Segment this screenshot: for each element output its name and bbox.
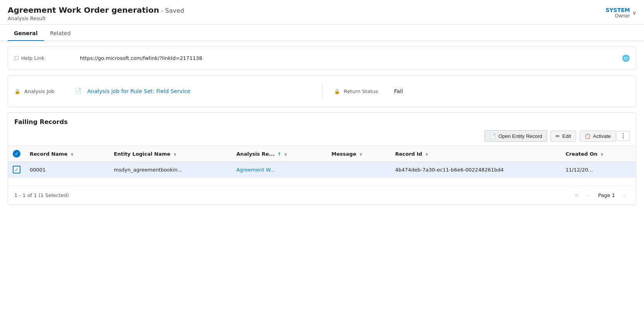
col-record-name-label: Record Name bbox=[30, 151, 68, 157]
prev-page-button[interactable]: ← bbox=[583, 190, 594, 200]
fields-card: 🔒 Analysis Job 📄 Analysis job for Rule S… bbox=[8, 75, 636, 107]
field-divider bbox=[322, 83, 322, 99]
return-status-value: Fail bbox=[394, 88, 403, 94]
col-analysis-result-sort-icon: ↑ bbox=[278, 152, 281, 157]
help-link-row: ☐ Help Link https://go.microsoft.com/fwl… bbox=[14, 52, 630, 64]
tab-related[interactable]: Related bbox=[44, 26, 77, 41]
help-link-icon: ☐ bbox=[14, 55, 19, 61]
page-label: Page 1 bbox=[596, 192, 617, 198]
row-checkbox-cell[interactable]: ✓ bbox=[8, 162, 25, 178]
col-analysis-result[interactable]: Analysis Re... ↑ ∨ bbox=[232, 146, 327, 162]
toolbar-sep-2 bbox=[578, 131, 578, 141]
failing-records-title: Failing Records bbox=[8, 118, 636, 130]
edit-icon: ✏ bbox=[556, 133, 560, 139]
main-title-row: Agreement Work Order generation - Saved bbox=[8, 5, 184, 15]
grid-summary: 1 - 1 of 1 (1 Selected) bbox=[14, 192, 69, 198]
col-record-name[interactable]: Record Name ∨ bbox=[25, 146, 109, 162]
analysis-result-link[interactable]: Agreement W... bbox=[236, 167, 275, 173]
col-created-on[interactable]: Created On ∨ bbox=[561, 146, 636, 162]
pagination: ⊲ ← Page 1 → bbox=[571, 190, 630, 200]
owner-chevron-icon[interactable]: ∨ bbox=[632, 10, 636, 16]
col-created-on-label: Created On bbox=[566, 151, 598, 157]
col-message[interactable]: Message ∨ bbox=[327, 146, 391, 162]
open-entity-record-label: Open Entity Record bbox=[498, 133, 542, 139]
cell-entity-logical-name: msdyn_agreementbookin... bbox=[109, 162, 232, 178]
lock-icon-return-status: 🔒 bbox=[334, 88, 340, 94]
help-link-value[interactable]: https://go.microsoft.com/fwlink/?linkId=… bbox=[80, 55, 202, 61]
table-header: ✓ Record Name ∨ Entity Logical Name ∨ An… bbox=[8, 146, 636, 162]
col-record-name-sort-icon: ∨ bbox=[70, 152, 74, 157]
select-all-checkbox[interactable]: ✓ bbox=[13, 150, 20, 158]
help-link-section: ☐ Help Link https://go.microsoft.com/fwl… bbox=[8, 46, 636, 70]
top-bar: Agreement Work Order generation - Saved … bbox=[0, 0, 644, 25]
globe-icon: 🌐 bbox=[622, 54, 630, 62]
cell-created-on: 11/12/20... bbox=[561, 162, 636, 178]
more-options-button[interactable]: ⋮ bbox=[617, 131, 630, 141]
title-area: Agreement Work Order generation - Saved … bbox=[8, 5, 184, 21]
page-title: Agreement Work Order generation bbox=[8, 5, 159, 15]
return-status-group: 🔒 Return Status Fail bbox=[334, 88, 630, 94]
tab-general[interactable]: General bbox=[8, 26, 44, 41]
col-record-id-label: Record Id bbox=[395, 151, 422, 157]
open-entity-record-icon: 📄 bbox=[490, 133, 496, 139]
failing-records-table: ✓ Record Name ∨ Entity Logical Name ∨ An… bbox=[8, 146, 636, 178]
edit-button[interactable]: ✏ Edit bbox=[551, 131, 576, 142]
activate-label: Activate bbox=[593, 133, 611, 139]
table-body: ✓ 00001 msdyn_agreementbookin... Agreeme… bbox=[8, 162, 636, 178]
col-entity-logical-name-label: Entity Logical Name bbox=[114, 151, 170, 157]
activate-button[interactable]: 📋 Activate bbox=[580, 131, 616, 142]
col-entity-logical-name[interactable]: Entity Logical Name ∨ bbox=[109, 146, 232, 162]
col-created-on-sort-icon: ∨ bbox=[600, 152, 604, 157]
check-all-icon: ✓ bbox=[15, 151, 19, 156]
analysis-job-value[interactable]: Analysis job for Rule Set: Field Service bbox=[87, 88, 190, 94]
cell-analysis-result[interactable]: Agreement W... bbox=[232, 162, 327, 178]
return-status-label: Return Status bbox=[344, 88, 390, 94]
doc-icon-analysis-job: 📄 bbox=[75, 88, 82, 95]
col-message-sort-icon: ∨ bbox=[359, 152, 363, 157]
grid-footer: 1 - 1 of 1 (1 Selected) ⊲ ← Page 1 → bbox=[8, 185, 636, 204]
row-check-icon: ✓ bbox=[15, 167, 19, 173]
next-page-button[interactable]: → bbox=[619, 190, 630, 200]
edit-label: Edit bbox=[562, 133, 571, 139]
col-analysis-result-sort-down-icon: ∨ bbox=[284, 152, 288, 157]
toolbar-sep-1 bbox=[549, 131, 549, 141]
analysis-job-label: Analysis Job bbox=[24, 88, 71, 94]
cell-message bbox=[327, 162, 391, 178]
help-link-label-group: ☐ Help Link bbox=[14, 55, 76, 61]
content-area: ☐ Help Link https://go.microsoft.com/fwl… bbox=[0, 46, 644, 205]
lock-icon-analysis-job: 🔒 bbox=[14, 88, 20, 94]
owner-area: SYSTEM Owner ∨ bbox=[605, 7, 636, 19]
owner-label: Owner bbox=[605, 13, 630, 19]
activate-icon: 📋 bbox=[585, 133, 591, 139]
failing-records-toolbar: 📄 Open Entity Record ✏ Edit 📋 Activate ⋮ bbox=[8, 130, 636, 146]
first-page-button[interactable]: ⊲ bbox=[571, 190, 582, 200]
col-message-label: Message bbox=[332, 151, 356, 157]
saved-label: - Saved bbox=[161, 7, 184, 14]
analysis-job-group: 🔒 Analysis Job 📄 Analysis job for Rule S… bbox=[14, 88, 310, 95]
help-link-label-text: Help Link bbox=[21, 55, 44, 61]
cell-record-name: 00001 bbox=[25, 162, 109, 178]
select-all-column[interactable]: ✓ bbox=[8, 146, 25, 162]
subtitle: Analysis Result bbox=[8, 15, 184, 21]
failing-records-card: Failing Records 📄 Open Entity Record ✏ E… bbox=[8, 112, 636, 205]
cell-record-id: 4b474deb-7a30-ec11-b6e6-002248261bd4 bbox=[390, 162, 561, 178]
col-entity-logical-name-sort-icon: ∨ bbox=[173, 152, 177, 157]
owner-name[interactable]: SYSTEM bbox=[605, 7, 630, 13]
col-analysis-result-label: Analysis Re... bbox=[236, 151, 275, 157]
open-entity-record-button[interactable]: 📄 Open Entity Record bbox=[485, 130, 547, 142]
table-row[interactable]: ✓ 00001 msdyn_agreementbookin... Agreeme… bbox=[8, 162, 636, 178]
col-record-id[interactable]: Record Id ∨ bbox=[390, 146, 561, 162]
col-record-id-sort-icon: ∨ bbox=[425, 152, 429, 157]
tabs-bar: General Related bbox=[0, 26, 644, 41]
row-checkbox[interactable]: ✓ bbox=[13, 166, 20, 173]
